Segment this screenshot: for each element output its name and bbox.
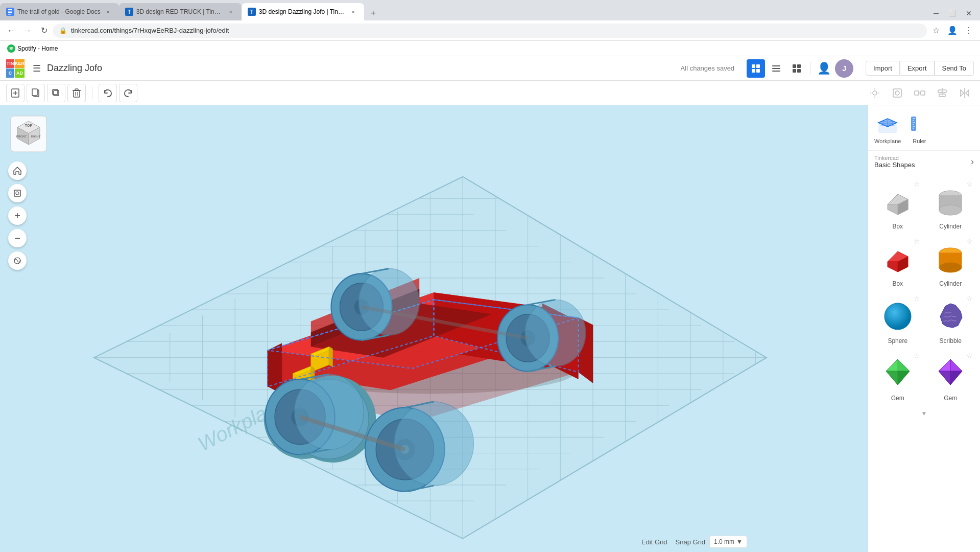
avatar[interactable]: J: [835, 59, 853, 78]
favorite-star-7[interactable]: ☆: [914, 352, 920, 360]
svg-rect-16: [793, 69, 796, 73]
shape-sphere-blue[interactable]: ☆ Sphere: [874, 293, 921, 344]
design-title[interactable]: Dazzling Jofo: [47, 63, 677, 74]
settings-icon: [792, 63, 802, 74]
import-export-buttons: Import Export Send To: [866, 61, 974, 76]
svg-rect-38: [915, 91, 919, 95]
close-button[interactable]: ✕: [962, 6, 976, 20]
viewport[interactable]: Workplane: [0, 105, 868, 552]
restore-button[interactable]: ⬜: [945, 6, 960, 20]
snap-grid-control: Snap Grid 1.0 mm ▼: [676, 536, 747, 548]
scribble-icon: [930, 293, 971, 334]
tab-google-docs[interactable]: The trail of gold - Google Docs ×: [0, 3, 119, 20]
cylinder-orange-icon: [930, 236, 971, 277]
copy-button[interactable]: [27, 84, 45, 102]
light-tool-button[interactable]: [866, 84, 884, 102]
grid-plane: Workplane: [0, 105, 868, 552]
new-design-icon: [10, 88, 20, 98]
group-tool-button[interactable]: [911, 84, 929, 102]
bookmark-spotify[interactable]: Spotify - Home: [4, 43, 61, 54]
design-menu-icon[interactable]: ☰: [33, 63, 41, 74]
bottom-bar: Edit Grid Snap Grid 1.0 mm ▼: [0, 532, 755, 552]
favorite-star-8[interactable]: ☆: [966, 352, 973, 360]
minimize-button[interactable]: ─: [929, 6, 943, 20]
shape-scribble[interactable]: ☆ Scribble: [927, 293, 974, 344]
right-panel: Workplane: [868, 105, 980, 552]
fit-view-button[interactable]: [8, 184, 27, 202]
group-tool-icon: [914, 87, 926, 99]
home-button[interactable]: [8, 162, 27, 180]
favorite-star-5[interactable]: ☆: [914, 294, 920, 303]
ruler-tool[interactable]: Ruler: [907, 111, 931, 144]
view-cube[interactable]: TOP FRONT RIGHT: [8, 113, 49, 154]
zoom-out-button[interactable]: −: [8, 229, 27, 247]
delete-button[interactable]: [67, 84, 86, 102]
sphere-blue-icon: [877, 293, 918, 334]
svg-point-140: [358, 268, 419, 335]
tinkercad-app: TIN KER C AD ☰ Dazzling Jofo All changes…: [0, 56, 980, 552]
wheel-fl: [365, 402, 473, 492]
svg-rect-43: [939, 94, 945, 97]
shape-tool-button[interactable]: [888, 84, 906, 102]
workplane-tool[interactable]: Workplane: [874, 111, 901, 144]
redo-button[interactable]: [119, 84, 137, 102]
extensions-icon[interactable]: ⋮: [962, 24, 976, 38]
undo-button[interactable]: [99, 84, 117, 102]
tab-close-truck[interactable]: ×: [226, 7, 235, 16]
import-button[interactable]: Import: [866, 61, 900, 76]
address-bar[interactable]: 🔒 tinkercad.com/things/7rHxqwEeRBJ-dazzl…: [53, 24, 927, 38]
zoom-in-button[interactable]: +: [8, 206, 27, 225]
favorite-star-2[interactable]: ☆: [966, 180, 973, 188]
bookmark-star-icon[interactable]: ☆: [929, 24, 943, 38]
orbit-button[interactable]: [8, 251, 27, 270]
export-button[interactable]: Export: [900, 61, 935, 76]
category-header: Tinkercad Basic Shapes ›: [874, 155, 974, 169]
svg-text:FRONT: FRONT: [16, 135, 27, 138]
svg-rect-4: [8, 14, 11, 15]
shape-box-red[interactable]: ☆ Box: [874, 236, 921, 287]
panel-top-tools: Workplane: [868, 105, 980, 150]
grid-view-button[interactable]: [747, 59, 765, 78]
tinkercad-logo[interactable]: TIN KER C AD: [6, 59, 25, 78]
tab-close-jofo[interactable]: ×: [349, 7, 358, 16]
shape-gem-purple[interactable]: ☆ Gem: [927, 351, 974, 402]
category-source-label: Tinkercad: [874, 155, 971, 161]
edit-view-button[interactable]: [767, 59, 785, 78]
lock-icon: 🔒: [59, 27, 67, 34]
align-tool-button[interactable]: [933, 84, 951, 102]
favorite-star-3[interactable]: ☆: [914, 237, 920, 245]
shape-cylinder-orange[interactable]: ☆ Cylinder: [927, 236, 974, 287]
svg-text:T: T: [250, 9, 253, 15]
shape-gem-green[interactable]: ☆ Gem: [874, 351, 921, 402]
profile-icon[interactable]: 👤: [945, 24, 960, 38]
user-button[interactable]: 👤: [815, 59, 833, 78]
forward-button[interactable]: →: [20, 24, 35, 38]
tab-red-truck[interactable]: T 3D design RED TRUCK | Tinkerc... ×: [119, 3, 242, 20]
svg-rect-3: [8, 12, 12, 13]
svg-rect-0: [6, 8, 14, 16]
edit-grid-button[interactable]: Edit Grid: [641, 538, 667, 546]
refresh-button[interactable]: ↻: [37, 24, 51, 38]
new-tab-button[interactable]: +: [366, 6, 380, 20]
tab-dazzling-jofo[interactable]: T 3D design Dazzling Jofo | Tinke... ×: [242, 3, 364, 20]
copy-icon: [31, 88, 41, 98]
back-button[interactable]: ←: [4, 24, 18, 38]
category-expand-icon[interactable]: ›: [971, 156, 974, 167]
workplane-tool-icon: [875, 111, 900, 136]
mirror-tool-button[interactable]: [955, 84, 974, 102]
shape-cylinder-gray[interactable]: ☆: [927, 179, 974, 230]
shape-box-gray[interactable]: ☆ Box: [874, 179, 921, 230]
snap-value-dropdown[interactable]: 1.0 mm ▼: [709, 536, 747, 548]
toolbar-actions: 👤 J: [747, 59, 853, 78]
tinkercad-favicon-icon-3: T: [248, 8, 256, 16]
favorite-star-1[interactable]: ☆: [914, 180, 920, 188]
favorite-star-6[interactable]: ☆: [966, 294, 973, 303]
svg-point-151: [16, 192, 19, 195]
duplicate-button[interactable]: [47, 84, 65, 102]
favorite-star-4[interactable]: ☆: [966, 237, 973, 245]
home-icon: [13, 166, 22, 175]
send-to-button[interactable]: Send To: [935, 61, 974, 76]
new-design-button[interactable]: [6, 84, 25, 102]
settings-button[interactable]: [787, 59, 806, 78]
tab-close-docs[interactable]: ×: [104, 7, 113, 16]
